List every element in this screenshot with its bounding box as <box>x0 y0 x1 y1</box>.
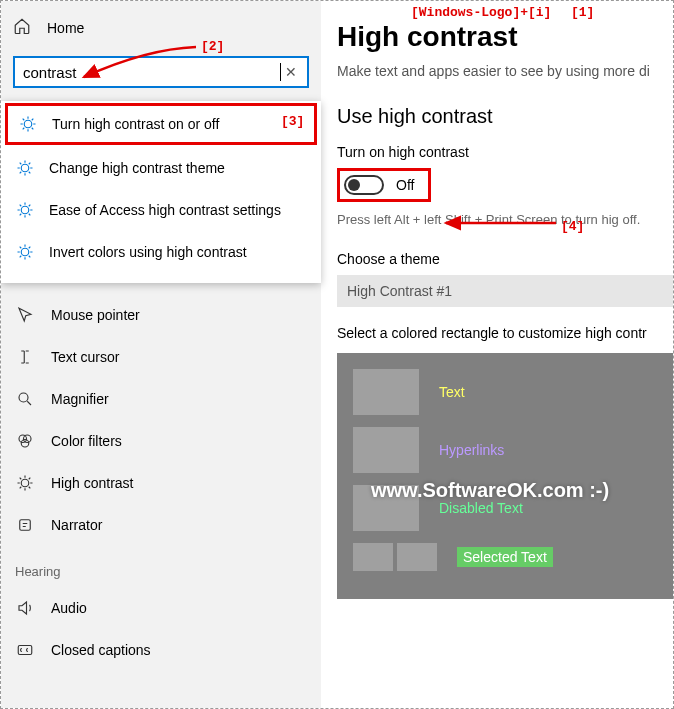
sidebar-item-label: Magnifier <box>51 391 109 407</box>
swatch-label-disabled: Disabled Text <box>439 500 523 516</box>
search-result-label: Invert colors using high contrast <box>49 244 247 260</box>
narrator-icon <box>15 516 35 534</box>
high-contrast-toggle[interactable] <box>344 175 384 195</box>
swatch-selected-row[interactable]: Selected Text <box>353 543 657 571</box>
swatch-label-hyperlinks: Hyperlinks <box>439 442 504 458</box>
high-contrast-icon <box>15 201 35 219</box>
sidebar-item-color-filters[interactable]: Color filters <box>1 420 321 462</box>
search-result-label: Change high contrast theme <box>49 160 225 176</box>
sidebar-section-hearing: Hearing <box>1 546 321 587</box>
search-input[interactable] <box>21 64 284 81</box>
home-label: Home <box>47 20 84 36</box>
swatch-hyperlinks[interactable] <box>353 427 419 473</box>
search-box[interactable]: ✕ <box>13 56 309 88</box>
high-contrast-icon <box>18 115 38 133</box>
svg-point-3 <box>21 440 29 448</box>
clear-icon[interactable]: ✕ <box>281 64 301 80</box>
high-contrast-toggle-row: Off <box>337 168 431 202</box>
main-content: High contrast Make text and apps easier … <box>321 1 673 708</box>
svg-point-0 <box>19 393 28 402</box>
swatch-text-row[interactable]: Text <box>353 369 657 415</box>
swatch-text[interactable] <box>353 369 419 415</box>
sidebar-item-closed-captions[interactable]: Closed captions <box>1 629 321 671</box>
svg-point-7 <box>24 120 32 128</box>
sidebar-item-label: Text cursor <box>51 349 119 365</box>
swatch-disabled[interactable] <box>353 485 419 531</box>
sidebar-item-label: Mouse pointer <box>51 307 140 323</box>
sidebar-item-label: Closed captions <box>51 642 151 658</box>
swatch-hyperlinks-row[interactable]: Hyperlinks <box>353 427 657 473</box>
page-title: High contrast <box>337 21 673 53</box>
section-use-high-contrast: Use high contrast <box>337 105 673 128</box>
high-contrast-icon <box>15 474 35 492</box>
swatch-selected-bg[interactable] <box>397 543 437 571</box>
color-filters-icon <box>15 432 35 450</box>
theme-customize-panel: Text Hyperlinks Disabled Text Selected T… <box>337 353 673 599</box>
text-cursor-icon <box>15 348 35 366</box>
sidebar-item-high-contrast[interactable]: High contrast <box>1 462 321 504</box>
keyboard-hint: Press left Alt + left Shift + Print Scre… <box>337 212 673 227</box>
toggle-state: Off <box>396 177 414 193</box>
magnifier-icon <box>15 390 35 408</box>
mouse-pointer-icon <box>15 306 35 324</box>
high-contrast-icon <box>15 243 35 261</box>
swatch-label-selected: Selected Text <box>457 547 553 567</box>
page-subtitle: Make text and apps easier to see by usin… <box>337 63 673 79</box>
choose-theme-label: Choose a theme <box>337 251 673 267</box>
sidebar-item-label: High contrast <box>51 475 133 491</box>
toggle-knob <box>348 179 360 191</box>
sidebar-item-label: Audio <box>51 600 87 616</box>
sidebar-item-label: Color filters <box>51 433 122 449</box>
search-result-item[interactable]: Change high contrast theme <box>1 147 321 189</box>
sidebar-item-text-cursor[interactable]: Text cursor <box>1 336 321 378</box>
closed-captions-icon <box>15 641 35 659</box>
svg-point-9 <box>21 206 29 214</box>
sidebar-list: Mouse pointer Text cursor Magnifier Colo… <box>1 294 321 671</box>
search-result-item[interactable]: Invert colors using high contrast <box>1 231 321 273</box>
sidebar-item-label: Narrator <box>51 517 102 533</box>
home-button[interactable]: Home <box>1 9 321 46</box>
svg-point-2 <box>24 435 32 443</box>
search-result-label: Turn high contrast on or off <box>52 116 219 132</box>
svg-point-10 <box>21 248 29 256</box>
svg-point-4 <box>21 479 29 487</box>
search-results-dropdown: Turn high contrast on or off Change high… <box>1 101 321 283</box>
high-contrast-icon <box>15 159 35 177</box>
search-result-item[interactable]: Ease of Access high contrast settings <box>1 189 321 231</box>
sidebar-item-narrator[interactable]: Narrator <box>1 504 321 546</box>
home-icon <box>13 17 31 38</box>
svg-point-8 <box>21 164 29 172</box>
customize-label: Select a colored rectangle to customize … <box>337 325 673 341</box>
swatch-label-text: Text <box>439 384 465 400</box>
search-result-item[interactable]: Turn high contrast on or off <box>5 103 317 145</box>
swatch-disabled-row[interactable]: Disabled Text <box>353 485 657 531</box>
sidebar-item-audio[interactable]: Audio <box>1 587 321 629</box>
sidebar-item-magnifier[interactable]: Magnifier <box>1 378 321 420</box>
search-result-label: Ease of Access high contrast settings <box>49 202 281 218</box>
toggle-label: Turn on high contrast <box>337 144 673 160</box>
sidebar-item-mouse-pointer[interactable]: Mouse pointer <box>1 294 321 336</box>
svg-rect-5 <box>20 520 31 531</box>
swatch-selected-fg[interactable] <box>353 543 393 571</box>
theme-dropdown[interactable]: High Contrast #1 <box>337 275 673 307</box>
audio-icon <box>15 599 35 617</box>
